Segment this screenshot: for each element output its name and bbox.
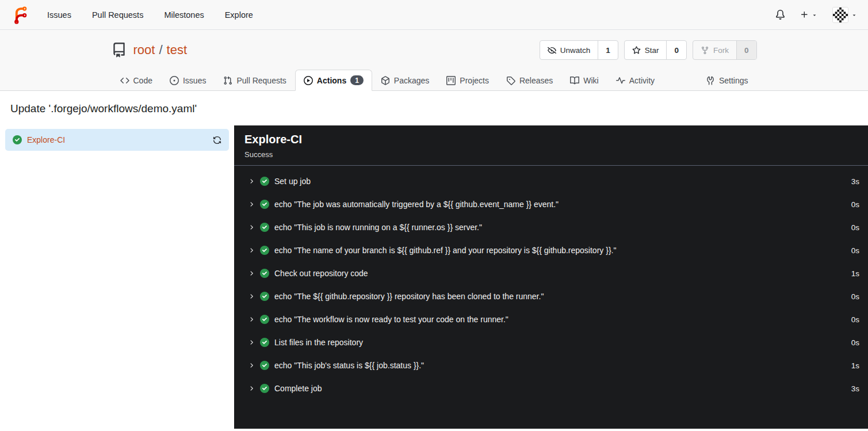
tab-settings[interactable]: Settings — [697, 70, 757, 91]
step-row[interactable]: echo "The name of your branch is ${{ git… — [248, 239, 859, 262]
check-circle-icon — [260, 315, 269, 324]
fork-label: Fork — [713, 46, 729, 55]
repo-name-link[interactable]: test — [167, 43, 187, 58]
tab-issues[interactable]: Issues — [161, 70, 215, 91]
step-row[interactable]: echo "This job's status is ${{ job.statu… — [248, 354, 859, 377]
step-name: Complete job — [274, 384, 322, 393]
tab-code[interactable]: Code — [112, 70, 161, 91]
unwatch-button[interactable]: Unwatch 1 — [540, 40, 618, 60]
tab-actions[interactable]: Actions 1 — [295, 70, 372, 91]
chevron-right-icon[interactable] — [248, 224, 255, 231]
git-pull-request-icon — [223, 76, 232, 85]
step-duration: 0s — [851, 315, 859, 324]
job-item-explore-ci[interactable]: Explore-CI — [5, 129, 229, 151]
book-icon — [570, 76, 579, 85]
step-name: echo "This job's status is ${{ job.statu… — [274, 361, 424, 370]
step-row[interactable]: echo "The workflow is now ready to test … — [248, 308, 859, 331]
step-name: echo "The name of your branch is ${{ git… — [274, 246, 616, 255]
tab-wiki[interactable]: Wiki — [561, 70, 607, 91]
step-name: Set up job — [274, 177, 311, 186]
check-circle-icon — [13, 135, 22, 144]
tab-packages[interactable]: Packages — [372, 70, 438, 91]
forgejo-logo-icon[interactable] — [11, 5, 30, 24]
chevron-right-icon[interactable] — [248, 178, 255, 185]
chevron-right-icon[interactable] — [248, 339, 255, 346]
step-duration: 0s — [851, 338, 859, 347]
tab-projects-label: Projects — [460, 76, 489, 85]
tab-settings-label: Settings — [719, 76, 748, 85]
project-board-icon — [446, 76, 456, 85]
step-name: echo "This job is now running on a ${{ r… — [274, 223, 482, 232]
nav-milestones[interactable]: Milestones — [164, 10, 204, 20]
pulse-icon — [616, 76, 625, 85]
chevron-down-icon — [851, 12, 857, 18]
plus-icon — [800, 10, 809, 19]
step-name: echo "The ${{ github.repository }} repos… — [274, 292, 544, 301]
nav-explore[interactable]: Explore — [225, 10, 253, 20]
chevron-right-icon[interactable] — [248, 385, 255, 392]
fork-button[interactable]: Fork 0 — [693, 40, 757, 60]
chevron-right-icon[interactable] — [248, 270, 255, 277]
step-row-checkout[interactable]: Check out repository code 1s — [248, 262, 859, 285]
bell-icon — [775, 10, 785, 20]
repo-owner-link[interactable]: root — [133, 43, 155, 58]
tab-pull-requests[interactable]: Pull Requests — [215, 70, 295, 91]
user-menu-button[interactable] — [832, 7, 857, 23]
tab-projects[interactable]: Projects — [438, 70, 498, 91]
chevron-right-icon[interactable] — [248, 247, 255, 254]
star-icon — [632, 46, 641, 55]
check-circle-icon — [260, 384, 269, 393]
stars-count[interactable]: 0 — [666, 41, 686, 59]
step-duration: 1s — [851, 269, 859, 278]
notifications-button[interactable] — [775, 10, 785, 20]
avatar — [832, 7, 848, 23]
step-name: List files in the repository — [274, 338, 363, 347]
step-duration: 0s — [851, 200, 859, 209]
nav-pull-requests[interactable]: Pull Requests — [92, 10, 143, 20]
tag-icon — [506, 76, 515, 85]
main-nav: Issues Pull Requests Milestones Explore — [47, 10, 253, 20]
step-duration: 1s — [851, 361, 859, 370]
chevron-right-icon[interactable] — [248, 362, 255, 369]
star-button[interactable]: Star 0 — [624, 40, 687, 60]
step-row-complete[interactable]: Complete job 3s — [248, 377, 859, 400]
step-duration: 3s — [851, 384, 859, 393]
step-name: echo "The job was automatically triggere… — [274, 200, 559, 209]
step-row-setup[interactable]: Set up job 3s — [248, 170, 859, 193]
check-circle-icon — [260, 292, 269, 301]
check-circle-icon — [260, 361, 269, 370]
chevron-right-icon[interactable] — [248, 293, 255, 300]
rerun-icon[interactable] — [213, 136, 221, 144]
unwatch-label: Unwatch — [560, 46, 591, 55]
step-name: echo "The workflow is now ready to test … — [274, 315, 508, 324]
watchers-count[interactable]: 1 — [598, 41, 618, 59]
fork-icon — [701, 46, 709, 55]
workflow-run-title: Update '.forgejo/workflows/demo.yaml' — [0, 91, 868, 125]
step-row[interactable]: echo "The ${{ github.repository }} repos… — [248, 285, 859, 308]
repo-icon — [112, 43, 127, 58]
step-duration: 0s — [851, 292, 859, 301]
actions-count-badge: 1 — [350, 75, 364, 85]
tab-releases[interactable]: Releases — [498, 70, 561, 91]
check-circle-icon — [260, 200, 269, 209]
repo-separator: / — [159, 43, 162, 58]
job-label: Explore-CI — [27, 135, 65, 144]
check-circle-icon — [260, 223, 269, 232]
step-duration: 0s — [851, 223, 859, 232]
check-circle-icon — [260, 269, 269, 278]
tab-packages-label: Packages — [394, 76, 429, 85]
package-icon — [381, 76, 390, 85]
step-row[interactable]: echo "This job is now running on a ${{ r… — [248, 216, 859, 239]
forks-count[interactable]: 0 — [736, 41, 756, 59]
create-new-button[interactable] — [800, 10, 817, 19]
nav-issues[interactable]: Issues — [47, 10, 71, 20]
chevron-right-icon[interactable] — [248, 316, 255, 323]
tab-activity[interactable]: Activity — [607, 70, 663, 91]
chevron-right-icon[interactable] — [248, 201, 255, 208]
check-circle-icon — [260, 246, 269, 255]
job-status: Success — [244, 150, 858, 159]
step-row[interactable]: echo "The job was automatically triggere… — [248, 193, 859, 216]
chevron-down-icon — [812, 12, 817, 18]
step-row-list-files[interactable]: List files in the repository 0s — [248, 331, 859, 354]
tools-icon — [706, 76, 715, 85]
